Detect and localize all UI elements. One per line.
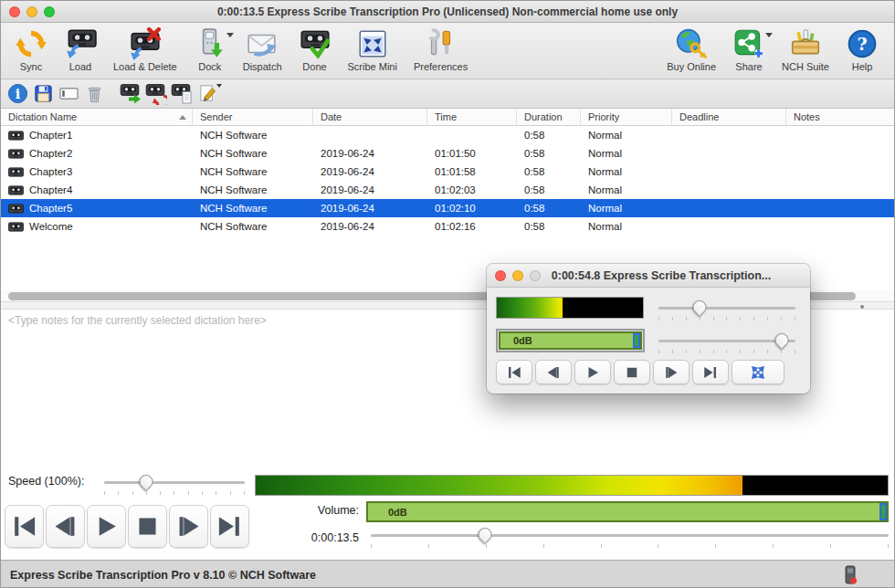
mini-level-meter-fill	[497, 298, 563, 318]
scribe-mini-button[interactable]: Scribe Mini	[340, 26, 405, 74]
buy-online-button[interactable]: Buy Online	[658, 26, 724, 74]
recorder-status-icon[interactable]	[839, 564, 861, 586]
priority-cell: Normal	[581, 126, 672, 144]
mini-volume-bar[interactable]: 0dB	[499, 331, 642, 350]
nch-suite-button[interactable]: NCH Suite	[774, 26, 837, 74]
skip-to-start-icon	[10, 512, 38, 541]
toolbar-label: Share	[735, 61, 762, 72]
mini-volume-slider-thumb[interactable]	[772, 331, 791, 350]
level-meter-fill	[256, 476, 742, 495]
stop-button[interactable]	[128, 505, 167, 548]
volume-value: 0dB	[368, 507, 407, 518]
window-controls	[9, 6, 55, 17]
table-row[interactable]: Chapter3 NCH Software 2019-06-24 01:01:5…	[1, 163, 894, 181]
info-button[interactable]: i	[5, 81, 30, 107]
skip-to-end-button[interactable]	[210, 505, 249, 548]
edit-notes-icon	[197, 83, 218, 104]
zoom-button[interactable]	[44, 6, 55, 17]
mini-stop-button[interactable]	[614, 360, 650, 384]
toolbar-label: Preferences	[414, 61, 468, 72]
mini-volume-handle[interactable]	[633, 333, 640, 348]
load-button[interactable]: Load	[56, 26, 105, 74]
mini-play-button[interactable]	[574, 360, 611, 384]
delete-button[interactable]	[81, 81, 107, 107]
dock-dropdown-caret[interactable]	[226, 33, 234, 37]
cassette-icon	[8, 149, 24, 159]
notes-cell	[786, 217, 894, 236]
column-label: Notes	[794, 111, 820, 122]
column-header-duration[interactable]: Duration	[517, 109, 581, 125]
mini-speed-slider[interactable]	[658, 301, 795, 321]
sync-button[interactable]: Sync	[6, 26, 56, 74]
column-header-deadline[interactable]: Deadline	[672, 109, 786, 125]
toolbar-label: Buy Online	[667, 61, 716, 72]
table-row-selected[interactable]: Chapter5 NCH Software 2019-06-24 01:02:1…	[1, 199, 894, 217]
play-button[interactable]	[87, 505, 126, 548]
edit-dropdown-caret[interactable]	[216, 84, 222, 88]
column-header-priority[interactable]: Priority	[581, 109, 672, 125]
fast-forward-button[interactable]	[169, 505, 208, 548]
notes-cell	[786, 199, 894, 217]
dictation-name: Chapter3	[29, 166, 72, 177]
column-header-time[interactable]: Time	[427, 109, 517, 125]
svg-text:i: i	[15, 87, 20, 101]
date-cell: 2019-06-24	[313, 163, 427, 181]
column-header-date[interactable]: Date	[313, 109, 427, 125]
column-header-notes[interactable]: Notes	[786, 109, 894, 125]
save-button[interactable]	[30, 81, 56, 107]
mini-close-button[interactable]	[495, 270, 506, 281]
notes-cell	[786, 126, 894, 144]
mini-skip-to-end-button[interactable]	[692, 360, 729, 384]
dispatch-icon	[246, 27, 279, 60]
mini-speed-slider-thumb[interactable]	[690, 298, 709, 317]
cassette-restore-button[interactable]	[143, 81, 169, 107]
date-cell: 2019-06-24	[313, 199, 427, 217]
mini-volume-slider[interactable]	[658, 334, 795, 354]
table-row[interactable]: Chapter1 NCH Software 0:58 Normal	[1, 126, 894, 144]
table-row[interactable]: Chapter4 NCH Software 2019-06-24 01:02:0…	[1, 181, 894, 199]
position-slider-thumb[interactable]	[475, 525, 494, 544]
skip-to-start-button[interactable]	[5, 505, 44, 548]
secondary-toolbar: i	[1, 79, 894, 109]
share-button[interactable]: Share	[724, 26, 774, 74]
column-label: Dictation Name	[8, 111, 77, 122]
svg-text:?: ?	[857, 34, 867, 54]
mini-restore-full-button[interactable]	[732, 360, 784, 384]
column-label: Duration	[524, 111, 563, 122]
load-delete-button[interactable]: Load & Delete	[105, 26, 185, 74]
dock-button[interactable]: Dock	[185, 26, 235, 74]
mini-rewind-button[interactable]	[535, 360, 572, 384]
table-row[interactable]: Chapter2 NCH Software 2019-06-24 01:01:5…	[1, 144, 894, 163]
position-slider[interactable]	[371, 529, 889, 549]
duration-cell: 0:58	[517, 126, 581, 144]
column-header-sender[interactable]: Sender	[193, 109, 313, 125]
column-header-dictation-name[interactable]: Dictation Name	[1, 109, 193, 125]
share-dropdown-caret[interactable]	[765, 33, 773, 37]
cassette-dispatch-button[interactable]	[118, 81, 143, 107]
volume-bar[interactable]: 0dB	[366, 501, 889, 522]
speed-slider-thumb[interactable]	[137, 472, 156, 491]
close-button[interactable]	[9, 6, 20, 17]
toolbar-label: Load & Delete	[113, 61, 177, 72]
preferences-button[interactable]: Preferences	[405, 26, 476, 74]
speed-slider[interactable]	[104, 476, 245, 496]
toolbar-label: Sync	[20, 61, 42, 72]
rewind-button[interactable]	[46, 505, 85, 548]
table-row[interactable]: Welcome NCH Software 2019-06-24 01:02:16…	[1, 217, 894, 236]
cassette-copy-button[interactable]	[169, 81, 195, 107]
mini-skip-to-start-button[interactable]	[496, 360, 532, 384]
mini-minimize-button[interactable]	[512, 270, 523, 281]
rewind-icon	[51, 512, 79, 541]
nch-suite-icon	[789, 27, 822, 60]
cassette-restore-icon	[145, 83, 167, 105]
mini-fast-forward-button[interactable]	[653, 360, 690, 384]
skip-to-start-icon	[506, 364, 522, 381]
help-button[interactable]: ? Help	[837, 26, 887, 74]
label-button[interactable]	[56, 81, 81, 107]
dispatch-button[interactable]: Dispatch	[235, 26, 290, 74]
duration-cell: 0:58	[517, 199, 581, 217]
volume-handle[interactable]	[879, 503, 887, 520]
edit-notes-button[interactable]	[195, 81, 220, 107]
minimize-button[interactable]	[26, 6, 37, 17]
done-button[interactable]: Done	[290, 26, 340, 74]
